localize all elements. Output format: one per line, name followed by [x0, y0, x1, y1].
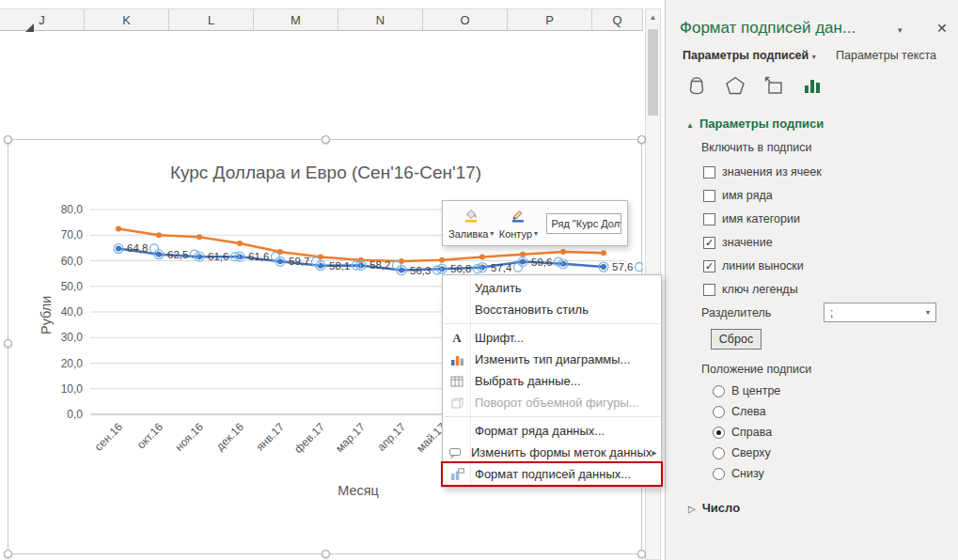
column-header-q[interactable]: Q	[592, 9, 643, 30]
menu-item-format-data-labels[interactable]: Формат подписей данных...	[443, 463, 661, 485]
label-options-icon[interactable]	[800, 73, 825, 98]
size-properties-icon[interactable]	[762, 73, 786, 98]
radio-label: Слева	[731, 405, 766, 418]
chart-handle[interactable]	[637, 550, 646, 558]
effects-icon[interactable]	[723, 73, 747, 98]
svg-text:58,2: 58,2	[369, 259, 390, 271]
chart-element-selector-value: Ряд "Курс Дол	[551, 218, 620, 229]
radio-label: Сверху	[731, 446, 771, 459]
column-header-n[interactable]: N	[338, 9, 423, 30]
chart-handle[interactable]	[4, 135, 12, 144]
column-header-o[interactable]: O	[423, 9, 508, 30]
menu-item-label: Шрифт...	[475, 331, 524, 345]
radio-label: В центре	[731, 384, 780, 397]
chart-handle[interactable]	[4, 550, 12, 558]
cube-3d-icon	[448, 396, 466, 411]
separator-dropdown[interactable]: ; ▾	[824, 303, 936, 322]
menu-item-select-data[interactable]: Выбрать данные...	[443, 370, 661, 392]
checkbox-category-name[interactable]: имя категории	[703, 210, 800, 227]
checkbox-box[interactable]	[703, 260, 715, 272]
svg-text:80,0: 80,0	[61, 203, 84, 216]
menu-item-delete[interactable]: Удалить	[443, 277, 661, 299]
radio-circle[interactable]	[713, 468, 725, 480]
chart-element-selector[interactable]: Ряд "Курс Дол ▾	[546, 213, 621, 234]
outline-button[interactable]: Контур▾	[497, 204, 539, 243]
chart-handle[interactable]	[322, 135, 330, 144]
chart-handle[interactable]	[322, 550, 330, 558]
svg-text:62,5: 62,5	[167, 249, 188, 260]
menu-item-label: Восстановить стиль	[475, 303, 589, 317]
label-position-heading: Положение подписи	[701, 363, 811, 376]
tab-text-options[interactable]: Параметры текста	[836, 49, 936, 62]
fill-button[interactable]: Заливка▾	[448, 204, 494, 243]
svg-text:мар.17: мар.17	[333, 420, 368, 455]
svg-text:ноя.16: ноя.16	[172, 420, 206, 454]
submenu-arrow-icon: ▸	[652, 447, 656, 458]
context-menu: Удалить Восстановить стиль А Шрифт... Из…	[442, 274, 662, 488]
radio-circle[interactable]	[713, 406, 725, 418]
y-axis-title[interactable]: Рубли	[39, 296, 54, 334]
radio-circle[interactable]	[713, 427, 725, 439]
menu-item-format-data-series[interactable]: Формат ряда данных...	[443, 420, 661, 442]
checkbox-box[interactable]	[703, 237, 715, 249]
reset-button[interactable]: Сброс	[711, 329, 762, 350]
svg-text:сен.16: сен.16	[92, 420, 126, 454]
scroll-up-icon[interactable]: ▲	[646, 9, 660, 25]
radio-center[interactable]: В центре	[713, 383, 780, 398]
checkbox-leader-lines[interactable]: линии выноски	[703, 257, 804, 274]
column-header-k[interactable]: K	[85, 9, 169, 30]
chart-title[interactable]: Курс Доллара и Евро (Сен'16-Сен'17)	[8, 163, 643, 183]
section-title: Параметры подписи	[699, 117, 824, 131]
radio-below[interactable]: Снизу	[713, 466, 764, 481]
column-header-j[interactable]: J	[0, 9, 85, 30]
chart-handle[interactable]	[637, 135, 646, 144]
svg-text:30,0: 30,0	[61, 331, 84, 344]
tab-label: Параметры подписей	[683, 49, 809, 62]
column-header-m[interactable]: M	[254, 9, 338, 30]
svg-text:фев.17: фев.17	[291, 420, 327, 456]
menu-item-change-chart-type[interactable]: Изменить тип диаграммы...	[443, 349, 661, 370]
svg-text:окт.16: окт.16	[134, 420, 165, 451]
checkbox-value[interactable]: значение	[703, 234, 773, 251]
column-header-p[interactable]: P	[508, 9, 592, 30]
checkbox-label: имя категории	[722, 212, 800, 226]
chevron-down-icon: ▾	[490, 229, 494, 238]
checkbox-box[interactable]	[703, 284, 715, 296]
section-number[interactable]: ▷Число	[688, 501, 740, 515]
pane-title: Формат подписей дан...	[680, 19, 856, 38]
checkbox-box[interactable]	[703, 190, 715, 202]
section-label-options[interactable]: ▲Параметры подписи	[686, 117, 824, 131]
checkbox-label: ключ легенды	[722, 283, 798, 296]
close-icon[interactable]: ✕	[936, 21, 948, 36]
menu-item-label: Выбрать данные...	[475, 374, 581, 388]
radio-label: Снизу	[731, 467, 764, 480]
menu-item-reset-style[interactable]: Восстановить стиль	[443, 299, 661, 320]
chart-handle[interactable]	[4, 339, 12, 348]
checkbox-label: имя ряда	[722, 189, 773, 202]
menu-item-3d-rotation: Поворот объемной фигуры...	[443, 392, 661, 413]
checkbox-box[interactable]	[703, 213, 715, 226]
excel-window: J K L M N O P Q ▲ 0,010,020,030,040,050,…	[0, 0, 958, 560]
checkbox-box[interactable]	[703, 166, 715, 179]
checkbox-legend-key[interactable]: ключ легенды	[703, 281, 798, 298]
menu-item-font[interactable]: А Шрифт...	[443, 327, 661, 349]
mini-toolbar: Заливка▾ Контур▾ Ряд "Курс Дол ▾	[442, 200, 628, 246]
checkbox-series-name[interactable]: имя ряда	[703, 187, 773, 204]
fill-line-icon[interactable]	[684, 73, 709, 98]
scrollbar-thumb[interactable]	[648, 29, 658, 116]
tab-label-options[interactable]: Параметры подписей ▾	[683, 49, 816, 62]
radio-above[interactable]: Сверху	[713, 445, 771, 460]
checkbox-values-from-cells[interactable]: значения из ячеек	[703, 163, 822, 180]
pane-title-dropdown-icon[interactable]: ▾	[898, 25, 903, 35]
radio-circle[interactable]	[713, 447, 725, 459]
collapse-triangle-icon: ▲	[686, 121, 694, 130]
column-header-l[interactable]: L	[169, 9, 254, 30]
svg-text:янв.17: янв.17	[254, 420, 288, 454]
menu-item-change-label-shapes[interactable]: Изменить формы меток данных ▸	[443, 442, 661, 463]
radio-circle[interactable]	[713, 385, 725, 397]
radio-right[interactable]: Справа	[713, 425, 772, 440]
fill-label: Заливка	[448, 228, 488, 240]
radio-left[interactable]: Слева	[713, 404, 766, 419]
svg-text:57,4: 57,4	[491, 262, 512, 273]
chart-type-icon	[448, 352, 466, 367]
